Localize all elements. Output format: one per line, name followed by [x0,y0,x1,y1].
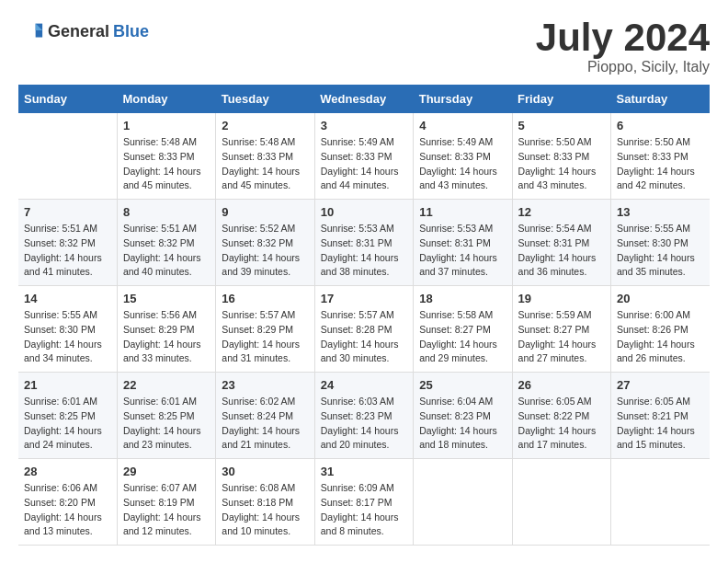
day-info: Sunrise: 5:56 AMSunset: 8:29 PMDaylight:… [123,308,210,366]
day-info: Sunrise: 6:05 AMSunset: 8:22 PMDaylight:… [518,395,605,453]
week-row-4: 21Sunrise: 6:01 AMSunset: 8:25 PMDayligh… [18,373,710,459]
day-number: 10 [321,205,407,219]
day-number: 31 [321,465,407,478]
day-cell: 12Sunrise: 5:54 AMSunset: 8:31 PMDayligh… [512,200,610,286]
week-row-5: 28Sunrise: 6:06 AMSunset: 8:20 PMDayligh… [18,459,710,546]
day-info: Sunrise: 6:08 AMSunset: 8:18 PMDaylight:… [222,481,308,539]
day-info: Sunrise: 5:59 AMSunset: 8:27 PMDaylight:… [518,308,605,366]
day-cell: 25Sunrise: 6:04 AMSunset: 8:23 PMDayligh… [414,373,512,459]
day-cell: 20Sunrise: 6:00 AMSunset: 8:26 PMDayligh… [611,286,710,373]
day-info: Sunrise: 5:51 AMSunset: 8:32 PMDaylight:… [24,222,111,280]
title-area: July 2024 Pioppo, Sicily, Italy [536,18,710,75]
day-info: Sunrise: 5:54 AMSunset: 8:31 PMDaylight:… [518,222,605,280]
header-sunday: Sunday [18,85,117,113]
day-info: Sunrise: 5:57 AMSunset: 8:28 PMDaylight:… [321,308,407,366]
day-cell [18,113,117,200]
day-number: 15 [123,292,210,305]
day-cell: 21Sunrise: 6:01 AMSunset: 8:25 PMDayligh… [18,373,117,459]
day-cell: 17Sunrise: 5:57 AMSunset: 8:28 PMDayligh… [314,286,413,373]
logo-blue: Blue [113,22,149,41]
day-cell [611,459,710,546]
day-number: 18 [419,292,506,305]
calendar-header-row: SundayMondayTuesdayWednesdayThursdayFrid… [18,85,710,113]
day-number: 23 [222,378,308,392]
page-header: GeneralBlue July 2024 Pioppo, Sicily, It… [18,18,710,75]
day-info: Sunrise: 5:50 AMSunset: 8:33 PMDaylight:… [518,135,605,193]
day-cell: 28Sunrise: 6:06 AMSunset: 8:20 PMDayligh… [18,459,117,546]
day-info: Sunrise: 5:53 AMSunset: 8:31 PMDaylight:… [321,222,407,280]
day-cell: 13Sunrise: 5:55 AMSunset: 8:30 PMDayligh… [611,200,710,286]
day-cell: 22Sunrise: 6:01 AMSunset: 8:25 PMDayligh… [117,373,215,459]
day-cell: 10Sunrise: 5:53 AMSunset: 8:31 PMDayligh… [314,200,413,286]
header-thursday: Thursday [414,85,512,113]
header-wednesday: Wednesday [314,85,413,113]
day-info: Sunrise: 6:00 AMSunset: 8:26 PMDaylight:… [617,308,704,366]
day-number: 3 [321,119,407,132]
day-cell: 18Sunrise: 5:58 AMSunset: 8:27 PMDayligh… [414,286,512,373]
day-number: 1 [123,119,210,132]
week-row-2: 7Sunrise: 5:51 AMSunset: 8:32 PMDaylight… [18,200,710,286]
day-number: 6 [617,119,704,132]
day-cell: 29Sunrise: 6:07 AMSunset: 8:19 PMDayligh… [117,459,215,546]
week-row-1: 1Sunrise: 5:48 AMSunset: 8:33 PMDaylight… [18,113,710,200]
subtitle: Pioppo, Sicily, Italy [536,59,710,75]
day-number: 27 [617,378,704,392]
day-info: Sunrise: 5:55 AMSunset: 8:30 PMDaylight:… [617,222,704,280]
day-cell: 4Sunrise: 5:49 AMSunset: 8:33 PMDaylight… [414,113,512,200]
day-info: Sunrise: 5:51 AMSunset: 8:32 PMDaylight:… [123,222,210,280]
day-info: Sunrise: 5:50 AMSunset: 8:33 PMDaylight:… [617,135,704,193]
day-number: 21 [24,378,111,392]
day-info: Sunrise: 5:53 AMSunset: 8:31 PMDaylight:… [419,222,506,280]
day-info: Sunrise: 5:58 AMSunset: 8:27 PMDaylight:… [419,308,506,366]
day-number: 13 [617,205,704,219]
day-number: 8 [123,205,210,219]
week-row-3: 14Sunrise: 5:55 AMSunset: 8:30 PMDayligh… [18,286,710,373]
day-number: 28 [24,465,111,478]
day-number: 5 [518,119,605,132]
day-info: Sunrise: 5:57 AMSunset: 8:29 PMDaylight:… [222,308,308,366]
day-number: 11 [419,205,506,219]
day-number: 29 [123,465,210,478]
day-cell [414,459,512,546]
header-saturday: Saturday [611,85,710,113]
day-number: 24 [321,378,407,392]
day-cell: 9Sunrise: 5:52 AMSunset: 8:32 PMDaylight… [216,200,314,286]
day-number: 14 [24,292,111,305]
day-info: Sunrise: 5:48 AMSunset: 8:33 PMDaylight:… [222,135,308,193]
day-cell: 14Sunrise: 5:55 AMSunset: 8:30 PMDayligh… [18,286,117,373]
day-cell: 15Sunrise: 5:56 AMSunset: 8:29 PMDayligh… [117,286,215,373]
day-info: Sunrise: 6:05 AMSunset: 8:21 PMDaylight:… [617,395,704,453]
day-cell: 26Sunrise: 6:05 AMSunset: 8:22 PMDayligh… [512,373,610,459]
day-number: 17 [321,292,407,305]
day-number: 30 [222,465,308,478]
day-info: Sunrise: 6:07 AMSunset: 8:19 PMDaylight:… [123,481,210,539]
day-number: 16 [222,292,308,305]
day-info: Sunrise: 5:49 AMSunset: 8:33 PMDaylight:… [419,135,506,193]
header-friday: Friday [512,85,610,113]
day-cell: 31Sunrise: 6:09 AMSunset: 8:17 PMDayligh… [314,459,413,546]
logo: GeneralBlue [18,18,149,44]
day-cell: 19Sunrise: 5:59 AMSunset: 8:27 PMDayligh… [512,286,610,373]
day-info: Sunrise: 5:49 AMSunset: 8:33 PMDaylight:… [321,135,407,193]
day-cell: 5Sunrise: 5:50 AMSunset: 8:33 PMDaylight… [512,113,610,200]
day-info: Sunrise: 5:48 AMSunset: 8:33 PMDaylight:… [123,135,210,193]
day-number: 25 [419,378,506,392]
day-info: Sunrise: 6:06 AMSunset: 8:20 PMDaylight:… [24,481,111,539]
day-number: 22 [123,378,210,392]
day-cell: 23Sunrise: 6:02 AMSunset: 8:24 PMDayligh… [216,373,314,459]
day-number: 26 [518,378,605,392]
day-cell: 3Sunrise: 5:49 AMSunset: 8:33 PMDaylight… [314,113,413,200]
day-cell: 24Sunrise: 6:03 AMSunset: 8:23 PMDayligh… [314,373,413,459]
day-number: 7 [24,205,111,219]
day-cell: 7Sunrise: 5:51 AMSunset: 8:32 PMDaylight… [18,200,117,286]
day-cell: 11Sunrise: 5:53 AMSunset: 8:31 PMDayligh… [414,200,512,286]
day-cell: 30Sunrise: 6:08 AMSunset: 8:18 PMDayligh… [216,459,314,546]
day-cell: 8Sunrise: 5:51 AMSunset: 8:32 PMDaylight… [117,200,215,286]
header-tuesday: Tuesday [216,85,314,113]
day-info: Sunrise: 6:04 AMSunset: 8:23 PMDaylight:… [419,395,506,453]
day-number: 12 [518,205,605,219]
day-number: 2 [222,119,308,132]
main-title: July 2024 [536,18,710,57]
logo-icon [18,18,44,44]
day-cell: 2Sunrise: 5:48 AMSunset: 8:33 PMDaylight… [216,113,314,200]
